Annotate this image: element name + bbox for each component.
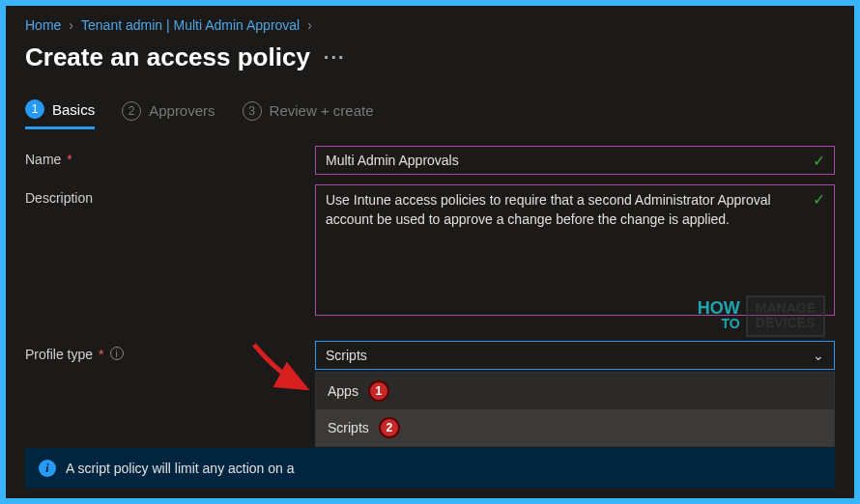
- breadcrumb: Home › Tenant admin | Multi Admin Approv…: [25, 14, 835, 42]
- annotation-badge: 1: [368, 380, 389, 402]
- step-label: Approvers: [149, 102, 215, 119]
- profile-type-select[interactable]: Scripts ⌄: [315, 341, 835, 370]
- description-textarea[interactable]: [315, 184, 835, 316]
- annotation-badge: 2: [379, 417, 400, 438]
- step-number: 1: [25, 99, 44, 119]
- option-label: Scripts: [328, 420, 369, 435]
- info-icon[interactable]: i: [110, 347, 124, 360]
- step-number: 2: [122, 101, 141, 121]
- label-text: Description: [25, 190, 93, 206]
- chevron-down-icon: ⌄: [813, 348, 824, 363]
- step-number: 3: [243, 101, 262, 121]
- page-title-text: Create an access policy: [25, 42, 310, 72]
- name-input[interactable]: [315, 146, 835, 175]
- dropdown-option-scripts[interactable]: Scripts 2: [316, 409, 834, 446]
- chevron-right-icon: ›: [307, 17, 312, 33]
- breadcrumb-home[interactable]: Home: [25, 17, 61, 33]
- checkmark-icon: ✓: [813, 152, 825, 170]
- banner-text: A script policy will limit any action on…: [66, 461, 295, 476]
- checkmark-icon: ✓: [813, 190, 825, 209]
- required-asterisk: *: [67, 152, 72, 167]
- chevron-right-icon: ›: [69, 17, 73, 33]
- step-basics[interactable]: 1 Basics: [25, 99, 95, 129]
- name-label: Name *: [25, 146, 315, 175]
- step-label: Review + create: [270, 102, 374, 119]
- option-label: Apps: [328, 383, 358, 399]
- label-text: Profile type: [25, 347, 93, 362]
- info-banner: i A script policy will limit any action …: [25, 448, 835, 489]
- select-value: Scripts: [326, 348, 367, 363]
- step-label: Basics: [52, 101, 95, 118]
- profile-type-label: Profile type * i: [25, 341, 315, 370]
- profile-type-dropdown: Apps 1 Scripts 2: [315, 372, 835, 447]
- wizard-steps: 1 Basics 2 Approvers 3 Review + create: [25, 99, 835, 130]
- required-asterisk: *: [99, 347, 103, 362]
- dropdown-option-apps[interactable]: Apps 1: [316, 373, 834, 409]
- page-title: Create an access policy ···: [25, 42, 835, 99]
- step-approvers[interactable]: 2 Approvers: [122, 101, 215, 128]
- more-actions-icon[interactable]: ···: [324, 46, 346, 69]
- description-label: Description: [25, 184, 315, 320]
- info-icon: i: [39, 460, 56, 477]
- label-text: Name: [25, 152, 61, 167]
- breadcrumb-tenant-admin[interactable]: Tenant admin | Multi Admin Approval: [81, 17, 300, 33]
- step-review-create[interactable]: 3 Review + create: [243, 101, 374, 128]
